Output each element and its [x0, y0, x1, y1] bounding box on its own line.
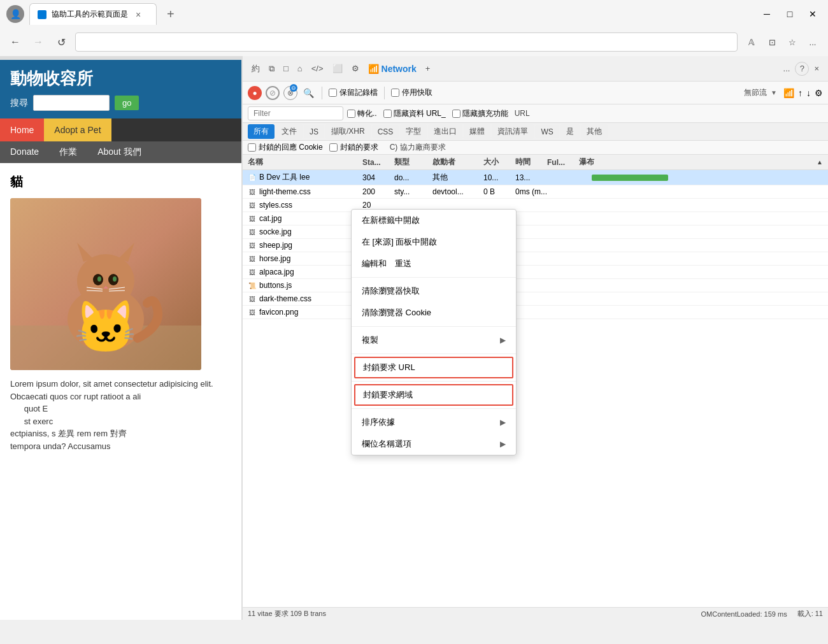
hide-data-url-checkbox-group[interactable]: 隱藏資料 URL_	[383, 108, 446, 119]
table-row[interactable]: 📄 B Dev 工具 lee 304 do... 其他 10... 13...	[243, 170, 828, 185]
split-screen-btn[interactable]: ⊡	[763, 33, 781, 51]
throttle-selector[interactable]: 無節流	[744, 87, 767, 98]
table-row[interactable]: 🖼 alpaca.jpg 20	[243, 266, 828, 279]
hide-extension-checkbox[interactable]	[452, 110, 460, 118]
network-settings-btn[interactable]: ⚙	[815, 88, 823, 98]
table-row[interactable]: 🖼 light-theme.css 200 sty... devtool... …	[243, 185, 828, 199]
type-btn-doc[interactable]: 文件	[276, 124, 303, 139]
nav-adopt[interactable]: Adopt a Pet	[44, 118, 111, 141]
dt-device-btn[interactable]: □	[280, 62, 292, 75]
ctx-open-new-tab[interactable]: 在新標籤中開啟	[352, 210, 516, 231]
nav-about[interactable]: About 我們	[87, 141, 151, 163]
more-btn[interactable]: ...	[804, 33, 822, 51]
filter-input[interactable]	[248, 106, 343, 120]
profile-icon[interactable]: 👤	[6, 5, 24, 23]
ctx-column-options[interactable]: 欄位名稱選項 ▶	[352, 433, 516, 455]
table-row[interactable]: 🖼 sheep.jpg 20	[243, 239, 828, 252]
type-btn-font[interactable]: 字型	[400, 124, 427, 139]
dt-plus-btn[interactable]: +	[422, 62, 434, 75]
refresh-btn[interactable]: ↺	[52, 33, 70, 51]
search-input[interactable]	[33, 95, 110, 111]
type-btn-yes[interactable]: 是	[560, 124, 580, 139]
ctx-edit-resend[interactable]: 編輯和 重送	[352, 253, 516, 275]
col-waterfall-header[interactable]: 瀑布 ▲	[579, 157, 823, 168]
devtools-panel: 約 ⧉ □ ⌂ </> ⬜ ⚙ 📶 Network + ... ? × ● ⊘ …	[242, 56, 828, 620]
table-row[interactable]: 🖼 cat.jpg 20	[243, 212, 828, 225]
blocked-response-cookie-label: 封鎖的回應 Cookie	[259, 142, 323, 153]
col-status-header[interactable]: Sta...	[362, 158, 394, 167]
disable-cache-checkbox-group[interactable]: 停用快取	[391, 87, 432, 98]
dt-elements-btn[interactable]: 約	[248, 61, 264, 76]
ctx-copy[interactable]: 複製 ▶	[352, 329, 516, 351]
tab-close-btn[interactable]: ×	[136, 10, 141, 20]
stop-btn[interactable]: ⊘	[266, 86, 280, 100]
type-btn-import[interactable]: 進出口	[428, 124, 462, 139]
table-row[interactable]: 🖼 styles.css 20	[243, 199, 828, 212]
preserve-log-checkbox-group[interactable]: 保留記錄檔	[329, 87, 378, 98]
col-name-header[interactable]: 名稱	[248, 157, 362, 168]
back-btn[interactable]: ←	[6, 33, 24, 51]
table-row[interactable]: 🖼 horse.jpg 20	[243, 252, 828, 266]
table-row[interactable]: 📜 buttons.js 20	[243, 279, 828, 292]
ctx-clear-cookie[interactable]: 清除瀏覽器 Cookie	[352, 302, 516, 324]
ctx-block-url[interactable]: 封鎖要求 URL	[354, 357, 513, 378]
hide-data-url-checkbox[interactable]	[383, 110, 392, 118]
convert-checkbox[interactable]	[347, 110, 355, 118]
table-row[interactable]: 🖼 socke.jpg 20	[243, 225, 828, 239]
type-btn-other[interactable]: 其他	[581, 124, 608, 139]
maximize-btn[interactable]: □	[781, 5, 799, 23]
dt-close-btn[interactable]: ×	[810, 62, 823, 75]
address-input[interactable]: tHTTPs://microsoftedge.github.io/Demos/d…	[75, 32, 738, 52]
ctx-sort-by[interactable]: 排序依據 ▶	[352, 411, 516, 433]
dt-copy-btn[interactable]: ⧉	[265, 62, 278, 76]
ctx-clear-cache[interactable]: 清除瀏覽器快取	[352, 280, 516, 302]
ctx-open-source[interactable]: 在 [來源] 面板中開啟	[352, 231, 516, 253]
nav-work[interactable]: 作業	[49, 141, 87, 163]
col-time-header[interactable]: 時間	[515, 157, 547, 168]
minimize-btn[interactable]: ─	[758, 5, 776, 23]
col-type-header[interactable]: 類型	[394, 157, 432, 168]
preserve-log-checkbox[interactable]	[329, 89, 337, 97]
blocked-request-group[interactable]: 封鎖的要求	[329, 142, 378, 153]
dt-source-btn[interactable]: </>	[308, 62, 327, 75]
col-size-header[interactable]: 大小	[483, 157, 515, 168]
blocked-response-cookie-checkbox[interactable]	[248, 143, 256, 152]
dt-help-btn[interactable]: ?	[795, 62, 809, 76]
dt-performance-btn[interactable]: ⚙	[348, 62, 363, 75]
record-btn[interactable]: ●	[248, 86, 262, 100]
type-btn-js[interactable]: JS	[304, 125, 324, 138]
browser-tab[interactable]: 協助工具的示範頁面是 ×	[29, 3, 157, 25]
read-aloud-btn[interactable]: 𝔸	[743, 33, 760, 51]
blocked-response-cookie-group[interactable]: 封鎖的回應 Cookie	[248, 142, 323, 153]
type-btn-manifest[interactable]: 資訊清單	[492, 124, 534, 139]
nav-donate[interactable]: Donate	[0, 141, 49, 163]
col-initiator-header[interactable]: 啟動者	[432, 157, 483, 168]
table-row[interactable]: 🖼 dark-theme.css 20	[243, 292, 828, 306]
nav-home[interactable]: Home	[0, 118, 44, 141]
disable-cache-checkbox[interactable]	[391, 89, 399, 97]
favorite-btn[interactable]: ☆	[783, 33, 801, 51]
ctx-block-domain[interactable]: 封鎖要求網域	[354, 384, 513, 406]
close-window-btn[interactable]: ✕	[804, 5, 822, 23]
file-icon: 🖼	[248, 241, 257, 250]
network-tab-btn[interactable]: 📶 Network	[364, 62, 420, 76]
blocked-request-checkbox[interactable]	[329, 143, 338, 152]
row-name: 🖼 socke.jpg	[248, 227, 362, 236]
type-btn-media[interactable]: 媒體	[464, 124, 490, 139]
search-filter-btn[interactable]: 🔍	[301, 86, 315, 100]
table-row[interactable]: 🖼 favicon.png 20	[243, 306, 828, 319]
type-btn-all[interactable]: 所有	[248, 124, 275, 139]
dt-more-btn[interactable]: ...	[780, 62, 794, 75]
type-btn-ws[interactable]: WS	[535, 125, 559, 138]
type-btn-xhr[interactable]: 擷取/XHR	[325, 124, 371, 139]
type-btn-css[interactable]: CSS	[372, 125, 399, 138]
throttle-arrow[interactable]: ▼	[771, 89, 777, 96]
hide-extension-checkbox-group[interactable]: 隱藏擴充功能	[452, 108, 508, 119]
convert-checkbox-group[interactable]: 轉化..	[347, 108, 377, 119]
search-button[interactable]: go	[115, 96, 139, 110]
new-tab-btn[interactable]: +	[162, 7, 180, 22]
forward-btn[interactable]: →	[29, 33, 47, 51]
dt-home-btn[interactable]: ⌂	[294, 62, 306, 75]
dt-console-btn[interactable]: ⬜	[329, 62, 346, 75]
col-full-header[interactable]: Ful...	[547, 158, 579, 167]
